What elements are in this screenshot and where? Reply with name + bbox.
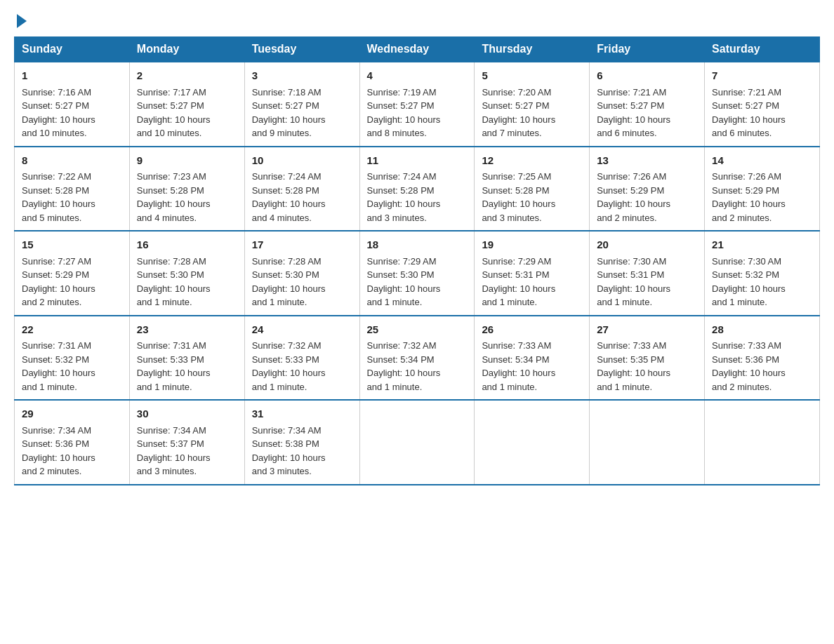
calendar-cell: 14 Sunrise: 7:26 AMSunset: 5:29 PMDaylig… (705, 147, 820, 232)
day-info: Sunrise: 7:26 AMSunset: 5:29 PMDaylight:… (597, 171, 670, 223)
day-number: 3 (252, 68, 352, 84)
calendar-cell: 28 Sunrise: 7:33 AMSunset: 5:36 PMDaylig… (705, 316, 820, 401)
day-number: 7 (712, 68, 812, 84)
day-info: Sunrise: 7:28 AMSunset: 5:30 PMDaylight:… (137, 256, 211, 308)
column-header-thursday: Thursday (475, 37, 590, 62)
day-number: 18 (367, 237, 468, 253)
day-info: Sunrise: 7:30 AMSunset: 5:32 PMDaylight:… (712, 256, 786, 308)
day-info: Sunrise: 7:24 AMSunset: 5:28 PMDaylight:… (252, 171, 326, 223)
calendar-cell: 13 Sunrise: 7:26 AMSunset: 5:29 PMDaylig… (590, 147, 705, 232)
day-number: 22 (22, 322, 122, 338)
calendar-header-row: SundayMondayTuesdayWednesdayThursdayFrid… (15, 37, 820, 62)
day-info: Sunrise: 7:29 AMSunset: 5:30 PMDaylight:… (367, 256, 441, 308)
day-info: Sunrise: 7:18 AMSunset: 5:27 PMDaylight:… (252, 87, 326, 139)
calendar-cell (705, 400, 820, 485)
calendar-cell: 1 Sunrise: 7:16 AMSunset: 5:27 PMDayligh… (15, 62, 130, 147)
day-number: 24 (252, 322, 352, 338)
calendar-cell: 23 Sunrise: 7:31 AMSunset: 5:33 PMDaylig… (129, 316, 244, 401)
day-info: Sunrise: 7:31 AMSunset: 5:33 PMDaylight:… (137, 340, 211, 392)
day-number: 23 (137, 322, 237, 338)
day-info: Sunrise: 7:19 AMSunset: 5:27 PMDaylight:… (367, 87, 441, 139)
day-info: Sunrise: 7:33 AMSunset: 5:36 PMDaylight:… (712, 340, 786, 392)
day-number: 11 (367, 153, 468, 169)
day-number: 8 (22, 153, 122, 169)
day-info: Sunrise: 7:33 AMSunset: 5:35 PMDaylight:… (597, 340, 670, 392)
calendar-cell: 11 Sunrise: 7:24 AMSunset: 5:28 PMDaylig… (359, 147, 475, 232)
day-number: 26 (482, 322, 582, 338)
day-number: 25 (367, 322, 468, 338)
day-info: Sunrise: 7:25 AMSunset: 5:28 PMDaylight:… (482, 171, 555, 223)
column-header-saturday: Saturday (705, 37, 820, 62)
day-number: 6 (597, 68, 697, 84)
calendar-cell: 6 Sunrise: 7:21 AMSunset: 5:27 PMDayligh… (590, 62, 705, 147)
day-number: 2 (137, 68, 237, 84)
calendar-cell: 7 Sunrise: 7:21 AMSunset: 5:27 PMDayligh… (705, 62, 820, 147)
calendar-cell: 27 Sunrise: 7:33 AMSunset: 5:35 PMDaylig… (590, 316, 705, 401)
calendar-cell: 4 Sunrise: 7:19 AMSunset: 5:27 PMDayligh… (359, 62, 475, 147)
day-number: 17 (252, 237, 352, 253)
day-number: 31 (252, 406, 352, 422)
calendar-cell: 24 Sunrise: 7:32 AMSunset: 5:33 PMDaylig… (244, 316, 359, 401)
day-number: 29 (22, 406, 122, 422)
calendar-cell (359, 400, 475, 485)
calendar-cell: 29 Sunrise: 7:34 AMSunset: 5:36 PMDaylig… (15, 400, 130, 485)
day-info: Sunrise: 7:27 AMSunset: 5:29 PMDaylight:… (22, 256, 95, 308)
day-number: 9 (137, 153, 237, 169)
day-info: Sunrise: 7:24 AMSunset: 5:28 PMDaylight:… (367, 171, 441, 223)
day-info: Sunrise: 7:29 AMSunset: 5:31 PMDaylight:… (482, 256, 555, 308)
calendar-cell: 5 Sunrise: 7:20 AMSunset: 5:27 PMDayligh… (475, 62, 590, 147)
page-header (14, 14, 820, 29)
day-number: 27 (597, 322, 697, 338)
day-info: Sunrise: 7:34 AMSunset: 5:38 PMDaylight:… (252, 425, 326, 477)
calendar-table: SundayMondayTuesdayWednesdayThursdayFrid… (14, 36, 820, 485)
column-header-monday: Monday (129, 37, 244, 62)
day-number: 10 (252, 153, 352, 169)
calendar-week-row: 15 Sunrise: 7:27 AMSunset: 5:29 PMDaylig… (15, 231, 820, 316)
day-number: 16 (137, 237, 237, 253)
calendar-cell: 21 Sunrise: 7:30 AMSunset: 5:32 PMDaylig… (705, 231, 820, 316)
calendar-week-row: 8 Sunrise: 7:22 AMSunset: 5:28 PMDayligh… (15, 147, 820, 232)
calendar-cell: 17 Sunrise: 7:28 AMSunset: 5:30 PMDaylig… (244, 231, 359, 316)
calendar-cell: 10 Sunrise: 7:24 AMSunset: 5:28 PMDaylig… (244, 147, 359, 232)
logo-triangle-icon (17, 14, 27, 28)
day-number: 21 (712, 237, 812, 253)
calendar-cell: 31 Sunrise: 7:34 AMSunset: 5:38 PMDaylig… (244, 400, 359, 485)
day-number: 14 (712, 153, 812, 169)
column-header-friday: Friday (590, 37, 705, 62)
calendar-cell: 19 Sunrise: 7:29 AMSunset: 5:31 PMDaylig… (475, 231, 590, 316)
day-info: Sunrise: 7:23 AMSunset: 5:28 PMDaylight:… (137, 171, 211, 223)
day-info: Sunrise: 7:30 AMSunset: 5:31 PMDaylight:… (597, 256, 670, 308)
day-number: 19 (482, 237, 582, 253)
day-number: 13 (597, 153, 697, 169)
calendar-week-row: 29 Sunrise: 7:34 AMSunset: 5:36 PMDaylig… (15, 400, 820, 485)
column-header-tuesday: Tuesday (244, 37, 359, 62)
calendar-cell: 2 Sunrise: 7:17 AMSunset: 5:27 PMDayligh… (129, 62, 244, 147)
calendar-week-row: 1 Sunrise: 7:16 AMSunset: 5:27 PMDayligh… (15, 62, 820, 147)
calendar-cell (590, 400, 705, 485)
day-number: 28 (712, 322, 812, 338)
day-info: Sunrise: 7:34 AMSunset: 5:37 PMDaylight:… (137, 425, 211, 477)
day-info: Sunrise: 7:17 AMSunset: 5:27 PMDaylight:… (137, 87, 211, 139)
calendar-cell: 26 Sunrise: 7:33 AMSunset: 5:34 PMDaylig… (475, 316, 590, 401)
calendar-cell: 15 Sunrise: 7:27 AMSunset: 5:29 PMDaylig… (15, 231, 130, 316)
day-number: 15 (22, 237, 122, 253)
calendar-cell: 12 Sunrise: 7:25 AMSunset: 5:28 PMDaylig… (475, 147, 590, 232)
calendar-week-row: 22 Sunrise: 7:31 AMSunset: 5:32 PMDaylig… (15, 316, 820, 401)
day-number: 20 (597, 237, 697, 253)
day-info: Sunrise: 7:21 AMSunset: 5:27 PMDaylight:… (597, 87, 670, 139)
calendar-cell: 25 Sunrise: 7:32 AMSunset: 5:34 PMDaylig… (359, 316, 475, 401)
day-info: Sunrise: 7:32 AMSunset: 5:33 PMDaylight:… (252, 340, 326, 392)
calendar-cell: 9 Sunrise: 7:23 AMSunset: 5:28 PMDayligh… (129, 147, 244, 232)
calendar-cell: 16 Sunrise: 7:28 AMSunset: 5:30 PMDaylig… (129, 231, 244, 316)
day-info: Sunrise: 7:28 AMSunset: 5:30 PMDaylight:… (252, 256, 326, 308)
calendar-cell (475, 400, 590, 485)
day-number: 30 (137, 406, 237, 422)
day-info: Sunrise: 7:26 AMSunset: 5:29 PMDaylight:… (712, 171, 786, 223)
day-number: 12 (482, 153, 582, 169)
day-info: Sunrise: 7:22 AMSunset: 5:28 PMDaylight:… (22, 171, 95, 223)
calendar-cell: 18 Sunrise: 7:29 AMSunset: 5:30 PMDaylig… (359, 231, 475, 316)
day-number: 5 (482, 68, 582, 84)
day-info: Sunrise: 7:34 AMSunset: 5:36 PMDaylight:… (22, 425, 95, 477)
calendar-cell: 22 Sunrise: 7:31 AMSunset: 5:32 PMDaylig… (15, 316, 130, 401)
day-info: Sunrise: 7:20 AMSunset: 5:27 PMDaylight:… (482, 87, 555, 139)
